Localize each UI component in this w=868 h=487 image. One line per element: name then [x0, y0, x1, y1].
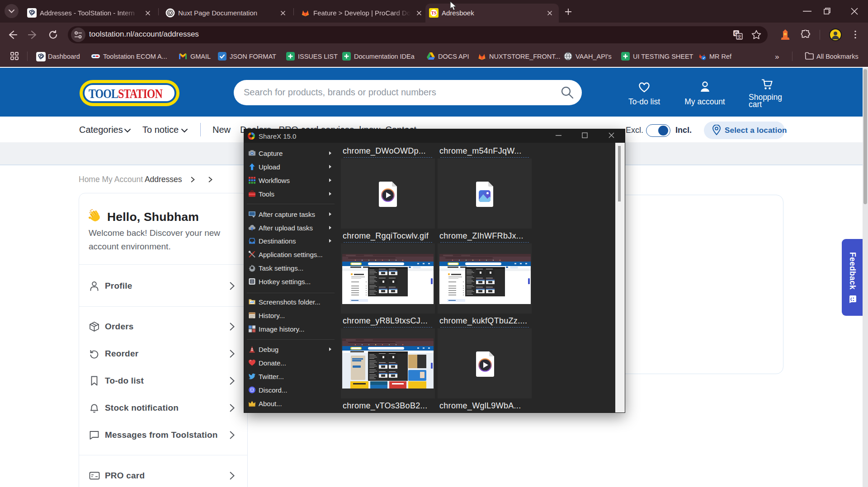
svg-text:文: 文	[737, 34, 742, 39]
svg-text:TS: TS	[431, 11, 437, 15]
